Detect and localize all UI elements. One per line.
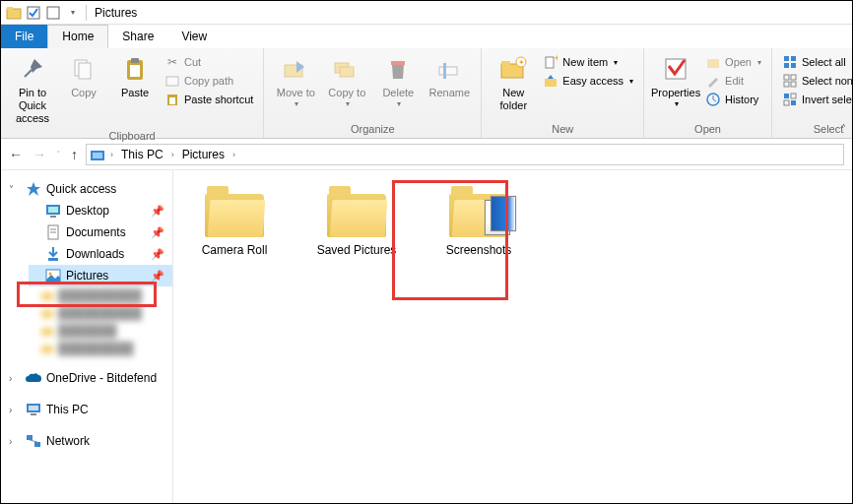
svg-rect-22 bbox=[546, 57, 554, 68]
qat-checkbox-icon[interactable] bbox=[25, 4, 42, 22]
open-icon bbox=[705, 54, 721, 70]
new-item-button[interactable]: ✦New item▾ bbox=[539, 53, 637, 71]
svg-rect-12 bbox=[169, 97, 175, 104]
svg-rect-26 bbox=[707, 59, 719, 68]
pin-to-quick-access-button[interactable]: Pin to Quick access bbox=[7, 51, 58, 128]
svg-line-61 bbox=[30, 440, 37, 442]
tab-share[interactable]: Share bbox=[108, 25, 167, 48]
breadcrumb-sep[interactable]: › bbox=[229, 150, 239, 159]
delete-button[interactable]: Delete▾ bbox=[372, 51, 424, 111]
breadcrumb-this-pc[interactable]: This PC bbox=[117, 148, 167, 161]
rename-button[interactable]: Rename bbox=[424, 51, 475, 101]
rename-icon bbox=[433, 53, 465, 85]
nav-this-pc[interactable]: › This PC bbox=[1, 399, 172, 420]
tab-home[interactable]: Home bbox=[47, 25, 108, 48]
paste-button[interactable]: Paste bbox=[109, 51, 161, 101]
chevron-down-icon[interactable]: ˅ bbox=[9, 184, 21, 195]
group-label-clipboard: Clipboard bbox=[7, 128, 257, 145]
svg-rect-29 bbox=[791, 56, 796, 61]
edit-icon bbox=[705, 73, 721, 89]
svg-rect-57 bbox=[29, 406, 38, 410]
paste-shortcut-button[interactable]: Paste shortcut bbox=[161, 91, 257, 108]
this-pc-icon bbox=[25, 402, 42, 417]
cut-button[interactable]: ✂Cut bbox=[161, 53, 257, 71]
svg-rect-34 bbox=[784, 82, 789, 87]
pin-icon: 📌 bbox=[151, 248, 164, 261]
properties-icon bbox=[660, 53, 691, 85]
tab-view[interactable]: View bbox=[167, 25, 221, 48]
svg-rect-19 bbox=[501, 61, 510, 65]
svg-rect-30 bbox=[784, 63, 789, 68]
quick-access-icon bbox=[25, 181, 42, 197]
chevron-right-icon[interactable]: › bbox=[9, 436, 21, 447]
svg-rect-36 bbox=[784, 94, 789, 98]
properties-button[interactable]: Properties▾ bbox=[650, 51, 701, 111]
svg-rect-58 bbox=[31, 413, 36, 415]
annotation-highlight bbox=[17, 282, 157, 307]
breadcrumb[interactable]: › This PC › Pictures › bbox=[86, 144, 844, 165]
pin-icon bbox=[17, 53, 48, 85]
ribbon: Pin to Quick access Copy Paste ✂Cut Copy… bbox=[1, 48, 852, 139]
svg-rect-37 bbox=[791, 94, 796, 98]
pin-icon: 📌 bbox=[151, 205, 164, 218]
breadcrumb-sep[interactable]: › bbox=[167, 150, 178, 159]
folder-saved-pictures[interactable]: Saved Pictures bbox=[307, 186, 406, 257]
history-button[interactable]: History bbox=[701, 91, 765, 108]
ribbon-group-organize: Move to▾ Copy to▾ Delete▾ Rename Organiz… bbox=[264, 48, 482, 138]
svg-text:✦: ✦ bbox=[518, 58, 525, 67]
qat-dropdown-icon[interactable] bbox=[44, 4, 62, 22]
nav-desktop[interactable]: Desktop 📌 bbox=[29, 200, 172, 221]
svg-rect-10 bbox=[166, 77, 178, 86]
nav-documents[interactable]: Documents 📌 bbox=[29, 221, 172, 243]
breadcrumb-pictures[interactable]: Pictures bbox=[178, 148, 229, 161]
svg-line-4 bbox=[25, 70, 32, 77]
copy-to-button[interactable]: Copy to▾ bbox=[321, 51, 372, 111]
ribbon-collapse-button[interactable]: ˄ bbox=[841, 123, 846, 134]
folder-app-icon bbox=[5, 4, 23, 22]
chevron-right-icon[interactable]: › bbox=[9, 405, 21, 415]
new-folder-button[interactable]: ✦ New folder bbox=[488, 51, 539, 114]
file-list[interactable]: Camera Roll Saved Pictures Screenshots bbox=[173, 170, 852, 503]
divider bbox=[86, 5, 87, 21]
svg-rect-24 bbox=[545, 79, 557, 87]
folder-camera-roll[interactable]: Camera Roll bbox=[185, 186, 284, 257]
svg-rect-38 bbox=[784, 100, 789, 105]
network-icon bbox=[25, 433, 42, 449]
copy-button[interactable]: Copy bbox=[58, 51, 109, 101]
svg-rect-0 bbox=[7, 9, 21, 19]
svg-rect-17 bbox=[443, 63, 446, 79]
invert-selection-button[interactable]: Invert selection bbox=[778, 91, 853, 108]
nav-back-button[interactable]: ← bbox=[9, 147, 23, 162]
qat-customize-icon[interactable]: ▾ bbox=[64, 4, 82, 22]
open-button[interactable]: Open▾ bbox=[701, 53, 765, 71]
move-to-button[interactable]: Move to▾ bbox=[270, 51, 321, 111]
nav-onedrive[interactable]: › OneDrive - Bitdefend bbox=[1, 367, 172, 389]
edit-button[interactable]: Edit bbox=[701, 72, 765, 90]
copy-path-button[interactable]: Copy path bbox=[161, 72, 257, 90]
group-label-open: Open bbox=[650, 121, 765, 138]
tab-file[interactable]: File bbox=[1, 25, 47, 48]
nav-network[interactable]: › Network bbox=[1, 430, 172, 452]
nav-up-button[interactable]: ↑ bbox=[71, 147, 78, 162]
nav-downloads[interactable]: Downloads 📌 bbox=[29, 243, 172, 265]
nav-quick-access[interactable]: ˅ Quick access bbox=[1, 178, 172, 200]
easy-access-button[interactable]: Easy access▾ bbox=[539, 72, 637, 90]
svg-rect-39 bbox=[791, 100, 796, 105]
svg-rect-1 bbox=[7, 7, 13, 10]
paste-icon bbox=[119, 53, 151, 85]
select-all-button[interactable]: Select all bbox=[778, 53, 853, 71]
svg-rect-44 bbox=[48, 207, 58, 213]
group-label-new: New bbox=[488, 121, 637, 138]
nav-forward-button[interactable]: → bbox=[33, 147, 46, 162]
copy-path-icon bbox=[164, 73, 180, 89]
svg-rect-15 bbox=[340, 67, 354, 77]
move-to-icon bbox=[280, 53, 311, 85]
nav-recent-button[interactable]: ˅ bbox=[56, 150, 61, 159]
breadcrumb-sep[interactable]: › bbox=[106, 150, 117, 159]
chevron-right-icon[interactable]: › bbox=[9, 373, 21, 384]
select-none-button[interactable]: Select none bbox=[778, 72, 853, 90]
svg-rect-55 bbox=[41, 346, 53, 353]
svg-rect-33 bbox=[791, 75, 796, 80]
folder-icon bbox=[203, 186, 266, 237]
easy-access-icon bbox=[543, 73, 558, 89]
